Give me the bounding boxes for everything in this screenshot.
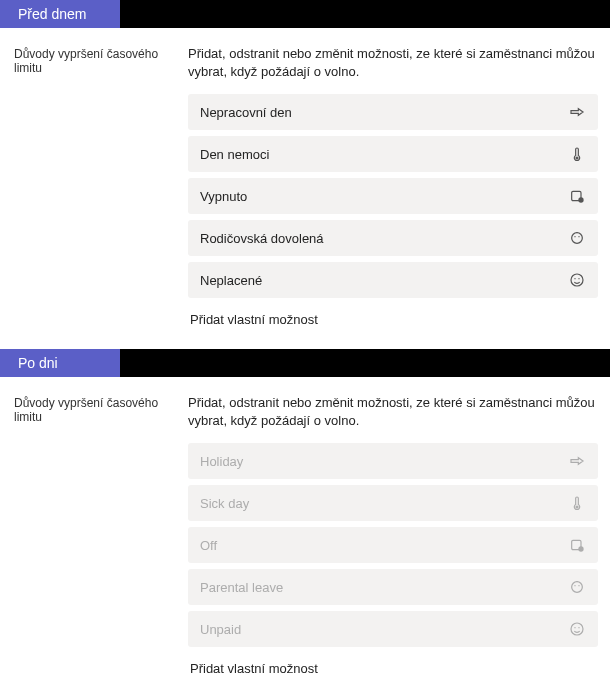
option-label: Unpaid: [200, 622, 241, 637]
svg-point-8: [578, 278, 579, 279]
options-list-before: Nepracovní den Den nemoci Vypnuto Rodičo…: [188, 94, 598, 298]
side-label: Důvody vypršení časového limitu: [14, 45, 176, 327]
section-bar-after: Po dni: [0, 349, 610, 377]
calendar-off-icon: [568, 187, 586, 205]
panel-after: Důvody vypršení časového limitu Přidat, …: [0, 377, 610, 692]
svg-point-7: [574, 278, 575, 279]
smiley-icon: [568, 271, 586, 289]
side-label: Důvody vypršení časového limitu: [14, 394, 176, 676]
panel-before: Důvody vypršení časového limitu Přidat, …: [0, 28, 610, 349]
svg-point-3: [572, 233, 583, 244]
add-custom-option[interactable]: Přidat vlastní možnost: [188, 647, 598, 676]
plane-icon: [568, 103, 586, 121]
option-row[interactable]: Rodičovská dovolená: [188, 220, 598, 256]
main-before: Přidat, odstranit nebo změnit možnosti, …: [188, 45, 598, 327]
svg-point-6: [571, 274, 583, 286]
option-row[interactable]: Nepracovní den: [188, 94, 598, 130]
tab-after[interactable]: Po dni: [0, 349, 120, 377]
svg-point-13: [574, 585, 575, 586]
calendar-off-icon: [568, 536, 586, 554]
main-after: Přidat, odstranit nebo změnit možnosti, …: [188, 394, 598, 676]
option-row[interactable]: Off: [188, 527, 598, 563]
thermometer-icon: [568, 145, 586, 163]
option-label: Vypnuto: [200, 189, 247, 204]
option-row[interactable]: Parental leave: [188, 569, 598, 605]
option-label: Den nemoci: [200, 147, 269, 162]
svg-point-16: [574, 627, 575, 628]
option-label: Off: [200, 538, 217, 553]
tab-label: Po dni: [18, 355, 58, 371]
option-row[interactable]: Holiday: [188, 443, 598, 479]
plane-icon: [568, 452, 586, 470]
svg-point-12: [572, 582, 583, 593]
option-label: Nepracovní den: [200, 105, 292, 120]
description: Přidat, odstranit nebo změnit možnosti, …: [188, 394, 598, 429]
svg-point-2: [578, 197, 583, 202]
svg-point-15: [571, 623, 583, 635]
svg-point-0: [576, 157, 578, 159]
option-row[interactable]: Neplacené: [188, 262, 598, 298]
option-row[interactable]: Sick day: [188, 485, 598, 521]
option-row[interactable]: Unpaid: [188, 611, 598, 647]
add-custom-option[interactable]: Přidat vlastní možnost: [188, 298, 598, 327]
thermometer-icon: [568, 494, 586, 512]
options-list-after: Holiday Sick day Off Parental leave: [188, 443, 598, 647]
option-label: Sick day: [200, 496, 249, 511]
option-label: Holiday: [200, 454, 243, 469]
tab-label: Před dnem: [18, 6, 86, 22]
option-row[interactable]: Vypnuto: [188, 178, 598, 214]
svg-point-5: [578, 236, 579, 237]
smiley-icon: [568, 620, 586, 638]
svg-point-9: [576, 506, 578, 508]
option-row[interactable]: Den nemoci: [188, 136, 598, 172]
option-label: Rodičovská dovolená: [200, 231, 324, 246]
svg-point-14: [578, 585, 579, 586]
description: Přidat, odstranit nebo změnit možnosti, …: [188, 45, 598, 80]
svg-point-4: [574, 236, 575, 237]
option-label: Neplacené: [200, 273, 262, 288]
svg-point-11: [578, 547, 583, 552]
baby-icon: [568, 578, 586, 596]
baby-icon: [568, 229, 586, 247]
option-label: Parental leave: [200, 580, 283, 595]
tab-before[interactable]: Před dnem: [0, 0, 120, 28]
svg-point-17: [578, 627, 579, 628]
section-bar-before: Před dnem: [0, 0, 610, 28]
